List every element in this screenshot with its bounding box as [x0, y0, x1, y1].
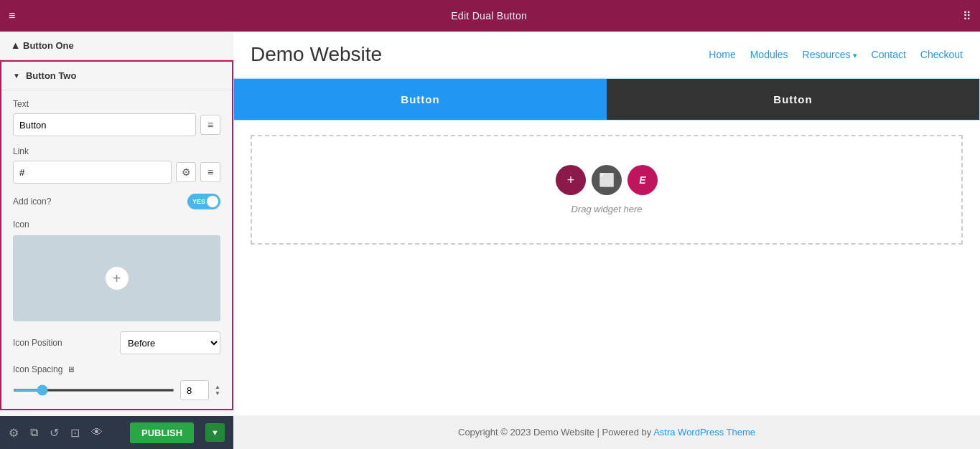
icon-spacing-label-row: Icon Spacing 🖥 — [13, 364, 220, 374]
dual-button-two[interactable]: Button — [607, 79, 979, 120]
nav-links: Home Modules Resources Contact Checkout — [709, 49, 963, 60]
top-bar-title: Edit Dual Button — [451, 10, 527, 22]
icon-field-label: Icon — [13, 219, 220, 230]
add-icon-label: Add icon? — [13, 197, 51, 207]
dual-button-one[interactable]: Button — [234, 79, 607, 120]
folder-widget-icon[interactable]: ⬜ — [592, 165, 622, 195]
top-bar: ≡ Edit Dual Button ⠿ — [0, 0, 980, 32]
text-field-label: Text — [13, 99, 220, 109]
nav-home[interactable]: Home — [709, 49, 735, 60]
publish-button[interactable]: PUBLISH — [130, 422, 194, 443]
footer-text: Copyright © 2023 Demo Website | Powered … — [458, 427, 653, 438]
toggle-knob — [207, 196, 218, 207]
nav-contact[interactable]: Contact — [872, 49, 906, 60]
text-list-icon-btn[interactable]: ≡ — [200, 115, 220, 135]
nav-checkout[interactable]: Checkout — [920, 49, 963, 60]
history-icon[interactable]: ↺ — [50, 426, 59, 440]
add-icon-row: Add icon? YES — [13, 194, 220, 209]
text-input-row: ≡ — [13, 113, 220, 136]
settings-icon[interactable]: ⚙ — [9, 426, 19, 440]
layers-icon[interactable]: ⧉ — [30, 426, 38, 439]
button-one-label: Button One — [23, 40, 74, 51]
link-gear-icon-btn[interactable]: ⚙ — [176, 162, 196, 182]
main-layout: ▶ Button One ▼ Button Two Text ≡ — [0, 32, 980, 449]
add-widget-icon[interactable]: + — [556, 165, 586, 195]
spinner-down-btn[interactable]: ▼ — [215, 391, 220, 397]
icon-spacing-label: Icon Spacing — [13, 364, 62, 374]
icon-picker-plus-icon: + — [106, 267, 129, 290]
content-area: Demo Website Home Modules Resources Cont… — [233, 32, 980, 449]
link-input-row: ⚙ ≡ — [13, 161, 220, 184]
link-input[interactable] — [13, 161, 172, 184]
link-field-row: Link ⚙ ≡ — [13, 146, 220, 184]
text-field-row: Text ≡ — [13, 99, 220, 136]
monitor-icon: 🖥 — [67, 365, 75, 374]
button-two-section: ▼ Button Two Text ≡ Link — [0, 60, 233, 410]
icon-spacing-slider-row: ▲ ▼ — [13, 380, 220, 400]
text-input[interactable] — [13, 113, 196, 136]
responsive-icon[interactable]: ⊡ — [70, 426, 80, 440]
toggle-yes-label: YES — [192, 198, 205, 205]
dual-button-widget: Button Button — [233, 78, 980, 120]
website-header: Demo Website Home Modules Resources Cont… — [233, 32, 980, 78]
nav-modules[interactable]: Modules — [750, 49, 788, 60]
spinner-up-btn[interactable]: ▲ — [215, 384, 220, 390]
icon-spacing-number[interactable] — [180, 380, 209, 400]
elementor-icon[interactable]: E — [627, 165, 658, 195]
button-one-section-header[interactable]: ▶ Button One — [0, 32, 233, 60]
drag-icons-row: + ⬜ E — [556, 165, 658, 195]
icon-position-label: Icon Position — [13, 338, 62, 348]
button-two-arrow-icon: ▼ — [13, 72, 20, 80]
button-two-form: Text ≡ Link ⚙ ≡ — [1, 90, 232, 409]
spinner-arrows: ▲ ▼ — [215, 384, 220, 397]
nav-resources[interactable]: Resources — [803, 49, 857, 60]
eye-icon[interactable]: 👁 — [91, 426, 103, 439]
button-two-section-header[interactable]: ▼ Button Two — [1, 62, 232, 90]
bottom-toolbar: ⚙ ⧉ ↺ ⊡ 👁 PUBLISH ▼ — [0, 416, 233, 449]
add-icon-toggle[interactable]: YES — [187, 194, 220, 209]
site-title: Demo Website — [251, 43, 382, 66]
site-footer: Copyright © 2023 Demo Website | Powered … — [233, 415, 980, 449]
publish-arrow-button[interactable]: ▼ — [205, 423, 225, 442]
sidebar: ▶ Button One ▼ Button Two Text ≡ — [0, 32, 233, 416]
link-field-label: Link — [13, 146, 220, 156]
icon-spacing-slider[interactable] — [13, 389, 174, 392]
icon-position-select[interactable]: Before After — [120, 331, 220, 354]
sidebar-wrapper: ▶ Button One ▼ Button Two Text ≡ — [0, 32, 233, 449]
hamburger-icon[interactable]: ≡ — [9, 9, 15, 22]
icon-picker-box[interactable]: + — [13, 235, 220, 321]
footer-link[interactable]: Astra WordPress Theme — [653, 427, 755, 438]
button-two-label: Button Two — [26, 70, 77, 81]
drag-text: Drag widget here — [571, 204, 643, 214]
link-list-icon-btn[interactable]: ≡ — [200, 162, 220, 182]
grid-icon[interactable]: ⠿ — [963, 9, 971, 23]
drag-widget-area[interactable]: + ⬜ E Drag widget here — [251, 135, 963, 245]
icon-position-row: Icon Position Before After — [13, 331, 220, 354]
button-one-arrow-icon: ▶ — [11, 43, 19, 49]
